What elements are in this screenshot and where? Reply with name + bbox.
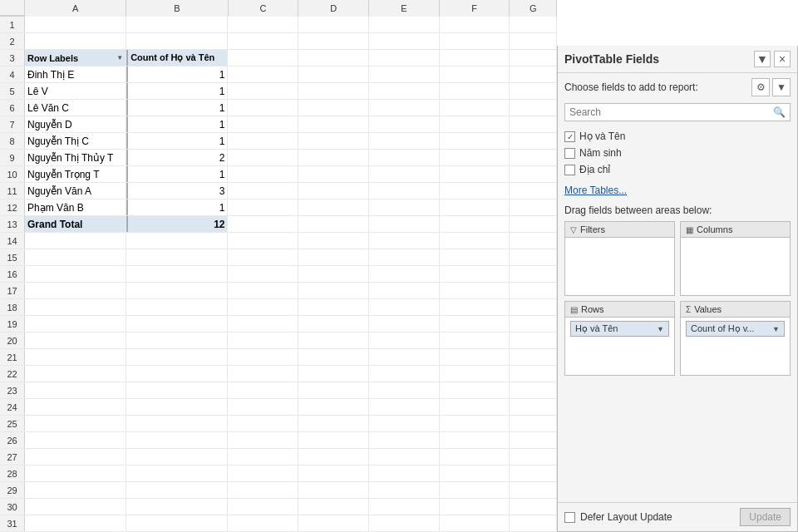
- cell[interactable]: [510, 200, 557, 215]
- cell[interactable]: [369, 50, 440, 66]
- cell[interactable]: [440, 166, 510, 182]
- cell[interactable]: [298, 150, 369, 165]
- pivot-label[interactable]: Đinh Thị E: [25, 66, 126, 82]
- cell[interactable]: [440, 183, 510, 199]
- cell[interactable]: [510, 100, 557, 116]
- cell[interactable]: [510, 66, 557, 82]
- defer-checkbox[interactable]: [564, 512, 575, 523]
- pivot-label[interactable]: Nguyễn Thị C: [25, 133, 126, 149]
- cell[interactable]: [369, 100, 440, 116]
- cell[interactable]: [510, 216, 557, 232]
- pivot-value[interactable]: 1: [126, 116, 228, 132]
- cell[interactable]: [369, 216, 440, 232]
- cell[interactable]: [369, 166, 440, 182]
- pivot-value[interactable]: 1: [126, 66, 228, 82]
- cell[interactable]: [25, 17, 126, 32]
- cell[interactable]: [228, 150, 298, 165]
- cell[interactable]: [298, 100, 369, 116]
- rows-content[interactable]: Họ và Tên ▼: [565, 318, 674, 367]
- settings-icon-button[interactable]: ⚙: [751, 78, 770, 96]
- cell[interactable]: [298, 166, 369, 182]
- cell[interactable]: [298, 50, 369, 66]
- cell[interactable]: [298, 83, 369, 99]
- field-checkbox-nam-sinh[interactable]: [564, 148, 575, 159]
- cell[interactable]: [510, 116, 557, 132]
- pivot-value[interactable]: 3: [126, 183, 228, 199]
- cell[interactable]: [228, 83, 298, 99]
- cell[interactable]: [298, 17, 369, 32]
- cell[interactable]: [510, 17, 557, 32]
- values-content[interactable]: Count of Họ v... ▼: [681, 318, 790, 367]
- cell[interactable]: [369, 183, 440, 199]
- cell[interactable]: [228, 133, 298, 149]
- cell[interactable]: [228, 116, 298, 132]
- pivot-label[interactable]: Nguyễn D: [25, 116, 126, 132]
- cell[interactable]: [228, 17, 298, 32]
- cell[interactable]: [228, 183, 298, 199]
- cell[interactable]: [369, 200, 440, 215]
- cell[interactable]: [228, 166, 298, 182]
- cell[interactable]: [510, 183, 557, 199]
- cell[interactable]: [510, 133, 557, 149]
- cell[interactable]: [126, 17, 228, 32]
- row-labels-dropdown-icon[interactable]: ▼: [116, 54, 123, 62]
- cell[interactable]: [228, 216, 298, 232]
- field-checkbox-ho-va-ten[interactable]: ✓: [564, 131, 575, 142]
- cell[interactable]: [369, 83, 440, 99]
- cell[interactable]: [298, 66, 369, 82]
- settings-dropdown-button[interactable]: ▼: [772, 78, 791, 96]
- cell[interactable]: [369, 17, 440, 32]
- cell[interactable]: [440, 50, 510, 66]
- cell[interactable]: [298, 200, 369, 215]
- search-input[interactable]: [565, 104, 769, 121]
- columns-content[interactable]: [681, 238, 790, 288]
- pivot-value[interactable]: 1: [126, 133, 228, 149]
- field-checkbox-dia-chi[interactable]: [564, 165, 575, 175]
- cell[interactable]: [440, 33, 510, 49]
- cell[interactable]: [298, 183, 369, 199]
- cell[interactable]: [440, 150, 510, 165]
- pivot-label[interactable]: Phạm Văn B: [25, 200, 126, 215]
- pivot-label[interactable]: Nguyễn Văn A: [25, 183, 126, 199]
- search-box[interactable]: 🔍: [564, 103, 791, 121]
- panel-close-button[interactable]: ×: [774, 51, 791, 67]
- cell[interactable]: [440, 100, 510, 116]
- pivot-value[interactable]: 1: [126, 100, 228, 116]
- cell[interactable]: [369, 150, 440, 165]
- cell[interactable]: [228, 50, 298, 66]
- cell[interactable]: [440, 216, 510, 232]
- cell[interactable]: [228, 66, 298, 82]
- cell[interactable]: [440, 116, 510, 132]
- cell[interactable]: [369, 133, 440, 149]
- panel-dropdown-icon[interactable]: ▼: [754, 51, 771, 67]
- cell[interactable]: [369, 33, 440, 49]
- cell[interactable]: [440, 66, 510, 82]
- cell[interactable]: [298, 216, 369, 232]
- cell[interactable]: [298, 33, 369, 49]
- pivot-value[interactable]: 2: [126, 150, 228, 165]
- cell[interactable]: [369, 116, 440, 132]
- cell[interactable]: [510, 50, 557, 66]
- cell[interactable]: [298, 133, 369, 149]
- grand-total-value[interactable]: 12: [126, 216, 228, 232]
- cell[interactable]: [228, 200, 298, 215]
- cell[interactable]: [440, 133, 510, 149]
- values-item-dropdown-icon[interactable]: ▼: [772, 325, 780, 333]
- cell[interactable]: [440, 83, 510, 99]
- cell[interactable]: [440, 200, 510, 215]
- pivot-header-count[interactable]: Count of Họ và Tên: [126, 50, 228, 66]
- grand-total-label[interactable]: Grand Total: [25, 216, 126, 232]
- cell[interactable]: [25, 33, 126, 49]
- more-tables-link[interactable]: More Tables...: [558, 181, 797, 200]
- cell[interactable]: [126, 33, 228, 49]
- cell[interactable]: [510, 83, 557, 99]
- cell[interactable]: [369, 66, 440, 82]
- cell[interactable]: [510, 166, 557, 182]
- rows-item-dropdown-icon[interactable]: ▼: [657, 325, 664, 333]
- cell[interactable]: [510, 150, 557, 165]
- cell[interactable]: [228, 33, 298, 49]
- cell[interactable]: [298, 116, 369, 132]
- pivot-label[interactable]: Nguyễn Trọng T: [25, 166, 126, 182]
- filters-content[interactable]: [565, 238, 674, 288]
- pivot-value[interactable]: 1: [126, 166, 228, 182]
